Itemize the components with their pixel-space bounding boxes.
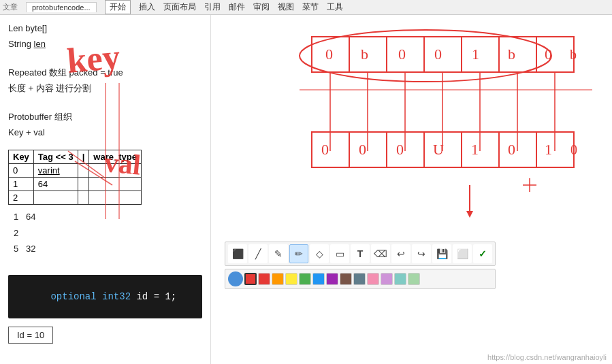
cell (33, 191, 78, 205)
svg-text:1: 1 (545, 141, 552, 158)
right-annotation-svg: 0 b 0 0 1 b 0 b (211, 15, 612, 364)
color-blue[interactable] (312, 273, 325, 285)
line-protobuffer: Protobuffer 组织 (8, 109, 202, 125)
svg-text:0: 0 (396, 141, 404, 158)
menu-review[interactable]: 审阅 (253, 1, 270, 13)
extra-row-5: 5 32 (14, 241, 202, 257)
menu-tools[interactable]: 工具 (327, 1, 343, 13)
select-tool-button[interactable]: ⬛ (228, 244, 247, 263)
cell-varint: varint (33, 164, 78, 178)
app-icon: 文章 (3, 2, 18, 12)
code-value: id = 1; (131, 291, 176, 302)
svg-rect-8 (349, 37, 387, 72)
extra-rows: 1 64 2 5 32 (14, 209, 202, 257)
svg-rect-32 (387, 132, 424, 167)
blue-color-btn[interactable] (228, 271, 243, 286)
col-tag: Tag << 3 (33, 150, 78, 164)
svg-rect-33 (424, 132, 462, 167)
code-keyword: optional int32 (50, 291, 131, 302)
svg-text:0: 0 (508, 141, 515, 158)
confirm-button[interactable]: ✓ (473, 244, 492, 263)
table-row: 2 (9, 191, 142, 205)
menu-start[interactable]: 开始 (105, 0, 131, 14)
color-brown[interactable] (340, 273, 352, 285)
cell (89, 191, 142, 205)
redo-button[interactable]: ↪ (412, 244, 431, 263)
menu-ref[interactable]: 引用 (204, 1, 221, 13)
pen-tool-button[interactable]: ✎ (269, 244, 288, 263)
color-green[interactable] (299, 273, 311, 285)
cell (89, 164, 142, 178)
menu-layout[interactable]: 页面布局 (163, 1, 196, 13)
col-key: Key (9, 150, 34, 164)
menu-mail[interactable]: 邮件 (229, 1, 245, 13)
svg-rect-10 (424, 37, 462, 72)
svg-text:0: 0 (359, 141, 366, 158)
color-grey[interactable] (353, 273, 366, 285)
cell: 64 (33, 178, 78, 191)
rect-tool-button[interactable]: ▭ (330, 244, 349, 263)
line-len-byte: Len byte[] (8, 20, 202, 36)
svg-point-6 (300, 30, 551, 82)
col-pipe: | (78, 150, 89, 164)
svg-text:0: 0 (545, 46, 552, 63)
line-length-content: 长度 + 内容 进行分割 (8, 80, 202, 96)
color-orange[interactable] (272, 273, 284, 285)
cell (78, 178, 89, 191)
menu-view[interactable]: 视图 (278, 1, 294, 13)
color-lavender[interactable] (381, 273, 393, 285)
color-lime[interactable] (408, 273, 420, 285)
cell (89, 178, 142, 191)
table-row: 0 varint (9, 164, 142, 178)
svg-rect-12 (499, 37, 536, 72)
menu-insert[interactable]: 插入 (139, 1, 155, 13)
cell: 0 (9, 164, 34, 178)
frame-button[interactable]: ⬜ (453, 244, 472, 263)
toolbar-overlay: ⬛ ╱ ✎ ✏ ◇ ▭ T ⌫ ↩ ↪ 💾 ⬜ ✓ (225, 242, 496, 289)
shape-tool-button[interactable]: ◇ (310, 244, 329, 263)
extra-row-1: 1 64 (14, 209, 202, 225)
table-row: 1 64 (9, 178, 142, 191)
cell: 1 (9, 178, 34, 191)
color-purple[interactable] (326, 273, 338, 285)
code-block: optional int32 id = 1; (8, 275, 202, 318)
menu-bar: 文章 protobufencode... 开始 插入 页面布局 引用 邮件 审阅… (0, 0, 612, 15)
undo-button[interactable]: ↩ (391, 244, 410, 263)
svg-rect-30 (312, 132, 349, 167)
right-panel: 0 b 0 0 1 b 0 b (211, 15, 612, 364)
svg-text:b: b (570, 47, 577, 62)
svg-marker-48 (466, 211, 473, 218)
text-tool-button[interactable]: T (351, 244, 370, 263)
svg-text:U: U (433, 141, 444, 158)
save-button[interactable]: 💾 (432, 244, 451, 263)
color-red-1[interactable] (244, 273, 257, 285)
line-string-len: String len (8, 36, 202, 52)
underline-len: len (34, 39, 46, 49)
line-key-val: Key + val (8, 125, 202, 140)
cell (78, 191, 89, 205)
color-pink[interactable] (367, 273, 379, 285)
extra-row-2: 2 (14, 225, 202, 241)
id-box: Id = 10 (8, 327, 53, 344)
line-repeated: Repeated 数组 packed = true (8, 65, 202, 80)
cell: 2 (9, 191, 34, 205)
highlighter-tool-button[interactable]: ✏ (289, 244, 308, 263)
svg-rect-34 (462, 132, 499, 167)
key-tag-table: Key Tag << 3 | ware_type 0 varint 1 64 2 (8, 150, 142, 205)
svg-text:b: b (361, 46, 368, 63)
menu-section[interactable]: 菜节 (302, 1, 319, 13)
doc-tab[interactable]: protobufencode... (26, 2, 97, 12)
color-picker-row (225, 269, 496, 289)
color-yellow[interactable] (285, 273, 297, 285)
color-red-2[interactable] (258, 273, 270, 285)
watermark: https://blog.csdn.net/wangranhaioyli (487, 353, 607, 361)
svg-rect-11 (462, 37, 499, 72)
line-tool-button[interactable]: ╱ (248, 244, 268, 263)
svg-rect-31 (349, 132, 387, 167)
svg-text:0: 0 (398, 46, 406, 63)
svg-text:b: b (508, 46, 515, 63)
eraser-tool-button[interactable]: ⌫ (371, 244, 390, 263)
svg-text:0: 0 (434, 46, 442, 63)
color-teal[interactable] (394, 273, 406, 285)
svg-text:1: 1 (471, 141, 479, 158)
